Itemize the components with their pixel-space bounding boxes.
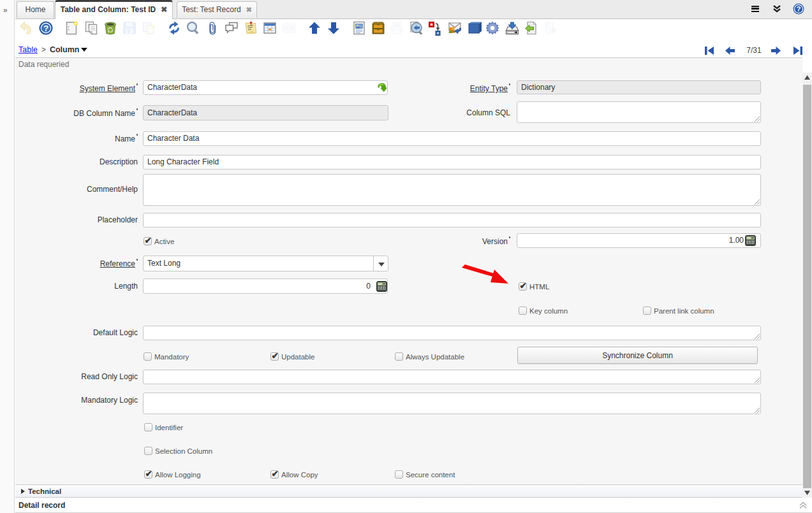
svg-text:?: ? — [796, 5, 801, 13]
svg-text:?: ? — [43, 24, 48, 33]
